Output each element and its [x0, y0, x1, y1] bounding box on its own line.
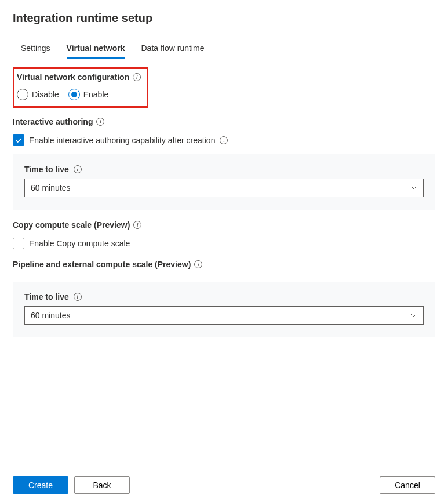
checkbox-copy-compute[interactable]	[13, 238, 24, 249]
info-icon[interactable]: i	[74, 165, 82, 173]
interactive-ttl-label: Time to live i	[24, 165, 82, 174]
interactive-ttl-value: 60 minutes	[31, 183, 70, 192]
vnet-config-highlight: Virtual network configuration i Disable …	[13, 67, 148, 108]
tab-settings[interactable]: Settings	[21, 39, 50, 59]
interactive-authoring-label: Interactive authoring i	[13, 117, 104, 126]
back-button[interactable]: Back	[74, 476, 130, 494]
radio-enable-label: Enable	[83, 90, 109, 99]
copy-compute-label-text: Copy compute scale (Preview)	[13, 220, 130, 230]
copy-compute-section: Copy compute scale (Preview) i Enable Co…	[13, 220, 435, 249]
copy-compute-label: Copy compute scale (Preview) i	[13, 220, 141, 230]
interactive-ttl-label-text: Time to live	[24, 165, 69, 174]
pipeline-ttl-panel: Time to live i 60 minutes	[13, 282, 435, 337]
checkbox-interactive-authoring[interactable]	[13, 134, 24, 146]
interactive-authoring-label-text: Interactive authoring	[13, 117, 93, 126]
checkbox-interactive-authoring-label: Enable interactive authoring capability …	[29, 136, 215, 145]
tab-virtual-network[interactable]: Virtual network	[67, 39, 125, 59]
info-icon[interactable]: i	[133, 221, 141, 229]
vnet-config-label: Virtual network configuration i	[17, 72, 141, 82]
tab-bar: Settings Virtual network Data flow runti…	[13, 39, 435, 59]
checkbox-copy-compute-label: Enable Copy compute scale	[29, 239, 130, 248]
radio-disable[interactable]: Disable	[17, 89, 59, 100]
info-icon[interactable]: i	[194, 260, 202, 268]
pipeline-ttl-label-text: Time to live	[24, 292, 69, 301]
checkmark-icon	[14, 136, 23, 144]
info-icon[interactable]: i	[133, 73, 141, 81]
interactive-ttl-select[interactable]: 60 minutes	[24, 179, 424, 197]
pipeline-compute-section: Pipeline and external compute scale (Pre…	[13, 260, 435, 337]
cancel-button[interactable]: Cancel	[380, 476, 435, 494]
info-icon[interactable]: i	[220, 136, 228, 144]
chevron-down-icon	[410, 184, 417, 191]
radio-disable-label: Disable	[32, 90, 59, 99]
tab-data-flow-runtime[interactable]: Data flow runtime	[141, 39, 204, 59]
pipeline-ttl-select[interactable]: 60 minutes	[24, 306, 424, 325]
pipeline-ttl-label: Time to live i	[24, 292, 82, 301]
footer: Create Back Cancel	[0, 468, 448, 502]
radio-circle-icon	[68, 89, 80, 100]
pipeline-ttl-value: 60 minutes	[31, 311, 70, 320]
info-icon[interactable]: i	[74, 293, 82, 301]
pipeline-compute-label: Pipeline and external compute scale (Pre…	[13, 260, 202, 269]
pipeline-compute-label-text: Pipeline and external compute scale (Pre…	[13, 260, 191, 269]
radio-enable[interactable]: Enable	[68, 89, 109, 100]
vnet-config-label-text: Virtual network configuration	[17, 72, 129, 82]
info-icon[interactable]: i	[96, 118, 104, 126]
vnet-radio-group: Disable Enable	[17, 89, 141, 100]
radio-circle-icon	[17, 89, 28, 100]
interactive-authoring-section: Interactive authoring i Enable interacti…	[13, 117, 435, 210]
interactive-ttl-panel: Time to live i 60 minutes	[13, 154, 435, 210]
page-title: Integration runtime setup	[13, 12, 435, 25]
chevron-down-icon	[410, 312, 417, 319]
create-button[interactable]: Create	[13, 476, 68, 494]
